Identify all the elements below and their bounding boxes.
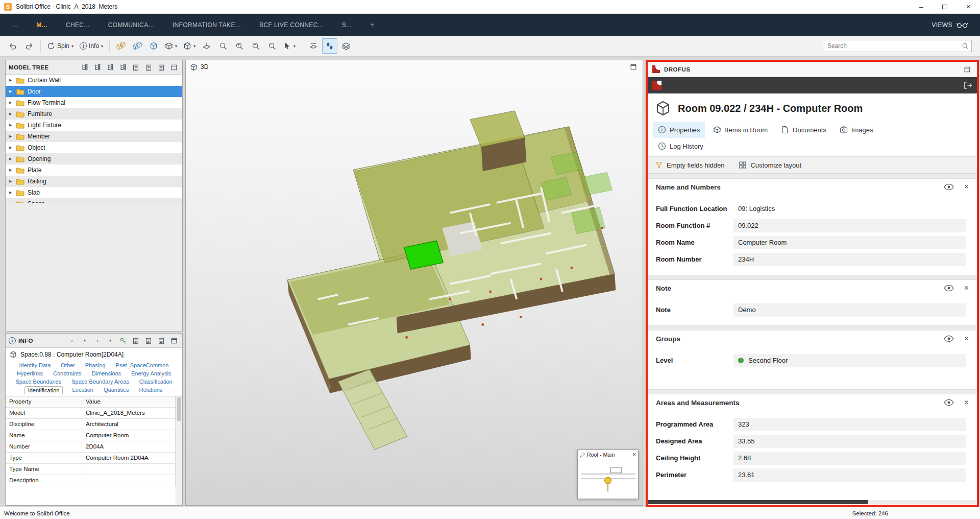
drofus-tab-documents[interactable]: Documents: [776, 122, 831, 138]
zoom-out-button[interactable]: −: [248, 38, 263, 54]
field-value[interactable]: 2.68: [733, 452, 966, 465]
next-menu-button[interactable]: ▾: [105, 336, 115, 346]
zoom-area-button[interactable]: [215, 38, 231, 54]
expand-arrow-icon[interactable]: ▶: [9, 89, 13, 93]
tree-expand-button[interactable]: [105, 62, 115, 73]
maximize-panel-button[interactable]: [169, 336, 179, 346]
plane-view-button[interactable]: [199, 38, 214, 54]
info-tab-classification[interactable]: Classification: [138, 378, 174, 385]
value-cell[interactable]: Architectural: [82, 419, 176, 430]
find-components-button[interactable]: ▾: [162, 38, 180, 54]
prev-button[interactable]: ‹: [67, 336, 77, 346]
field-value[interactable]: Computer Room: [733, 236, 966, 249]
drofus-tab-items-in-room[interactable]: Items in Room: [708, 122, 773, 138]
search-input[interactable]: [823, 40, 972, 52]
field-value[interactable]: 09.022: [733, 219, 966, 232]
info-tab-identification[interactable]: Identification: [24, 386, 63, 394]
eye-icon[interactable]: [944, 335, 954, 342]
menu-item-chec[interactable]: CHEC...: [66, 21, 90, 29]
expand-arrow-icon[interactable]: ▶: [9, 179, 13, 183]
view-mode-button[interactable]: ▾: [181, 38, 198, 54]
expand-arrow-icon[interactable]: ▶: [9, 101, 13, 105]
menu-item-m[interactable]: M...: [36, 21, 47, 29]
info-table-row-type[interactable]: TypeComputer Room 2D04A: [6, 453, 182, 464]
info-button[interactable]: i Info ▾: [77, 38, 106, 54]
tree-row-object[interactable]: ▶Object: [6, 142, 182, 153]
tree-sort-button[interactable]: [80, 62, 90, 73]
tree-row-space[interactable]: ▶Space: [6, 198, 182, 203]
maximize-button[interactable]: [933, 0, 957, 13]
drofus-tab-log-history[interactable]: Log History: [653, 138, 708, 154]
info-tab-energy-analysis[interactable]: Energy Analysis: [130, 370, 172, 377]
info-tab-location[interactable]: Location: [71, 386, 94, 394]
tree-row-plate[interactable]: ▶Plate: [6, 164, 182, 176]
building-model[interactable]: [186, 60, 643, 505]
tree-row-furniture[interactable]: ▶Furniture: [6, 108, 182, 120]
empty-fields-toggle[interactable]: Empty fields hidden: [655, 161, 724, 169]
checklist-button[interactable]: [143, 62, 154, 73]
info-tab-phasing[interactable]: Phasing: [84, 362, 107, 369]
field-value[interactable]: 234H: [733, 253, 966, 266]
value-cell[interactable]: Computer Room: [82, 430, 176, 441]
tree-row-member[interactable]: ▶Member: [6, 131, 182, 142]
views-button[interactable]: VIEWS: [932, 21, 968, 29]
hyperlink-button[interactable]: [118, 336, 128, 346]
close-section-icon[interactable]: ×: [964, 284, 969, 292]
maximize-panel-button[interactable]: [169, 62, 179, 73]
menu-item-communica[interactable]: COMMUNICA...: [108, 21, 154, 29]
field-value[interactable]: Second Floor: [733, 354, 966, 367]
expand-arrow-icon[interactable]: ▶: [9, 168, 13, 172]
field-value[interactable]: 323: [733, 418, 966, 431]
close-section-icon[interactable]: ×: [964, 398, 969, 407]
report-button[interactable]: [143, 336, 154, 346]
selected-object-row[interactable]: Space.0.88 : Computer Room[2D04A]: [6, 348, 182, 360]
component-palette-button[interactable]: [113, 38, 129, 54]
prev-menu-button[interactable]: ▾: [80, 336, 90, 346]
info-table-row-discipline[interactable]: DisciplineArchitectural: [6, 419, 182, 430]
info-table-scrollbar[interactable]: [176, 396, 182, 505]
field-value[interactable]: Demo: [733, 303, 966, 317]
zoom-fit-button[interactable]: ▫: [264, 38, 280, 54]
info-tab-pset-spacecommon[interactable]: Pset_SpaceCommon: [115, 362, 170, 369]
copy-button[interactable]: [156, 62, 166, 73]
menu-item-more[interactable]: ...: [12, 21, 18, 29]
expand-arrow-icon[interactable]: ▶: [9, 191, 13, 195]
component-group-button[interactable]: [130, 38, 145, 54]
report-add-button[interactable]: [131, 336, 141, 346]
footprint-tool-button[interactable]: [322, 38, 337, 54]
tree-grouping-button[interactable]: [92, 62, 103, 73]
menu-item-more[interactable]: +: [371, 21, 374, 29]
info-tab-other[interactable]: Other: [60, 362, 76, 369]
tree-row-flow-terminal[interactable]: ▶Flow Terminal: [6, 97, 182, 108]
expand-arrow-icon[interactable]: ▶: [9, 157, 13, 161]
horizontal-scrollbar-handle[interactable]: [648, 500, 868, 504]
horizontal-scrollbar-track[interactable]: [648, 500, 976, 504]
info-tab-space-boundary-areas[interactable]: Space Boundary Areas: [70, 378, 130, 385]
field-value[interactable]: 23.61: [733, 468, 966, 482]
close-roof-window-button[interactable]: ×: [632, 452, 636, 458]
next-button[interactable]: ›: [92, 336, 103, 346]
eye-icon[interactable]: [944, 285, 954, 292]
expand-arrow-icon[interactable]: ▶: [9, 78, 13, 82]
copy-info-button[interactable]: [156, 336, 166, 346]
tree-collapse-button[interactable]: [118, 62, 128, 73]
tree-row-opening[interactable]: ▶Opening: [6, 153, 182, 164]
info-table-row-name[interactable]: NameComputer Room: [6, 430, 182, 441]
info-tab-space-boundaries[interactable]: Space Boundaries: [14, 378, 62, 385]
close-section-icon[interactable]: ×: [964, 183, 969, 191]
info-tab-quantities[interactable]: Quantities: [103, 386, 130, 394]
scrollbar-handle[interactable]: [177, 397, 181, 421]
expand-arrow-icon[interactable]: ▶: [9, 134, 13, 138]
undo-button[interactable]: [5, 38, 20, 54]
select-button[interactable]: ▾: [281, 38, 298, 54]
redo-button[interactable]: [21, 38, 37, 54]
info-tab-relations[interactable]: Relations: [138, 386, 164, 394]
info-tab-dimensions[interactable]: Dimensions: [91, 370, 122, 377]
info-tab-constraints[interactable]: Constraints: [52, 370, 83, 377]
menu-item-s[interactable]: S...: [342, 21, 352, 29]
close-section-icon[interactable]: ×: [964, 335, 969, 343]
open-in-drofus-icon[interactable]: [963, 81, 972, 90]
tree-row-curtain-wall[interactable]: ▶Curtain Wall: [6, 75, 182, 86]
info-table-row-model[interactable]: ModelClinic_A_2018_Meters: [6, 408, 182, 419]
menu-item-information-take[interactable]: INFORMATION TAKE...: [173, 21, 241, 29]
